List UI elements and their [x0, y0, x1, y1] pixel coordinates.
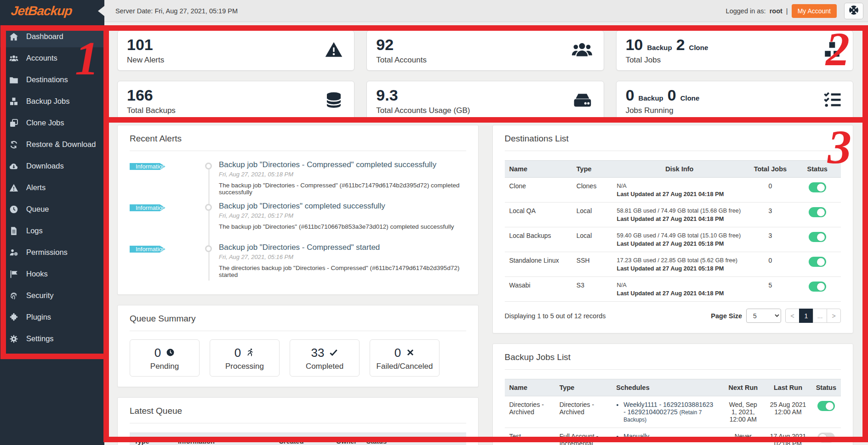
- alert-title: Backup job "Directories" completed succe…: [219, 202, 466, 211]
- check-icon: [329, 346, 338, 360]
- divider: [505, 151, 841, 151]
- dest-type: Clones: [572, 178, 612, 203]
- queue-processing-count: 0: [234, 346, 241, 360]
- runner-icon: [246, 346, 255, 360]
- col-name: Name: [505, 161, 572, 178]
- stat-label: Total Accounts: [376, 56, 594, 65]
- alert-date: Fri, Aug 27, 2021, 05:16 PM: [219, 253, 466, 260]
- col-schedules: Schedules: [611, 379, 721, 396]
- job-next-run: Wed, Sep 1, 2021, 12:00 AM: [721, 396, 765, 428]
- stat-unit-backup: Backup: [639, 95, 663, 102]
- divider: [130, 151, 466, 151]
- queue-completed-count: 33: [311, 346, 325, 360]
- stat-value: 101: [127, 36, 153, 53]
- sidebar-item-queue[interactable]: Queue: [0, 198, 104, 220]
- info-badge: Information: [130, 246, 166, 253]
- prev-page-button[interactable]: <: [785, 309, 799, 323]
- logged-in-user: root: [770, 7, 782, 15]
- job-name: Test: [505, 428, 555, 445]
- queue-summary-row: 0 Pending 0 Processing 33 Completed 0: [130, 339, 466, 377]
- status-toggle[interactable]: [809, 207, 826, 217]
- sidebar-item-label: Dashboard: [26, 32, 63, 41]
- topbar: Server Date: Fri, Aug 27, 2021, 05:19 PM…: [104, 0, 868, 22]
- timeline: [199, 202, 219, 241]
- clock-icon: [166, 346, 175, 360]
- life-ring-icon: [848, 5, 859, 17]
- sidebar-item-downloads[interactable]: Downloads: [0, 155, 104, 177]
- alert-item: Information Backup job "Directories - Co…: [130, 160, 466, 200]
- queue-failed-count: 0: [394, 346, 401, 360]
- sidebar-item-restore-download[interactable]: Restore & Download: [0, 134, 104, 155]
- stat-label: Total Backups: [127, 106, 345, 115]
- table-row: Local QA Local 58.81 GB used / 74.49 GB …: [505, 203, 841, 227]
- sidebar-item-label: Accounts: [26, 54, 57, 62]
- status-toggle[interactable]: [809, 232, 826, 242]
- status-toggle[interactable]: [817, 401, 835, 411]
- sidebar-item-label: Settings: [26, 334, 54, 343]
- stat-card-total-backups: 166 Total Backups: [117, 81, 354, 121]
- page-1-button[interactable]: 1: [799, 309, 813, 323]
- sidebar-item-dashboard[interactable]: Dashboard: [0, 26, 104, 47]
- help-button[interactable]: [844, 3, 863, 19]
- sidebar-item-label: Clone Jobs: [26, 118, 64, 127]
- sidebar-item-settings[interactable]: Settings: [0, 328, 104, 349]
- sidebar-item-permissions[interactable]: Permissions: [0, 242, 104, 263]
- sidebar-item-plugins[interactable]: Plugins: [0, 306, 104, 328]
- dest-type: Local: [572, 227, 612, 252]
- home-icon: [8, 32, 19, 41]
- divider: [505, 369, 841, 370]
- my-account-button[interactable]: My Account: [792, 4, 837, 18]
- users-gear-icon: [8, 248, 19, 257]
- backup-jobs-table: Name Type Schedules Next Run Last Run St…: [505, 379, 841, 445]
- info-badge: Information: [130, 163, 166, 170]
- queue-pending-count: 0: [154, 346, 161, 360]
- jetbackup-logo[interactable]: JetBackup: [10, 4, 73, 18]
- sidebar-item-clone-jobs[interactable]: Clone Jobs: [0, 112, 104, 134]
- x-icon: [406, 346, 415, 360]
- ellipsis-button[interactable]: ...: [813, 309, 827, 323]
- sidebar-item-backup-jobs[interactable]: Backup Jobs: [0, 90, 104, 112]
- alerts-list: Information Backup job "Directories - Co…: [130, 160, 466, 282]
- clock-icon: [8, 205, 19, 214]
- status-toggle[interactable]: [809, 282, 826, 292]
- dest-type: SSH: [572, 252, 612, 277]
- col-last-run: Last Run: [765, 379, 811, 396]
- timeline-dot-icon: [205, 245, 212, 252]
- stat-value-backup: 0: [626, 87, 634, 104]
- alert-description: The backup job "Directories - Compressed…: [219, 182, 466, 196]
- hard-drive-icon: [572, 90, 593, 112]
- dest-name: Local QA: [505, 203, 572, 227]
- dest-jobs: 0: [747, 252, 794, 277]
- dest-type: Local: [572, 203, 612, 227]
- table-row: Standalone Linux SSH 17.23 GB used / 22.…: [505, 252, 841, 277]
- divider: [130, 331, 466, 331]
- table-header-row: Name Type Schedules Next Run Last Run St…: [505, 379, 841, 396]
- sidebar-item-logs[interactable]: Logs: [0, 220, 104, 242]
- sidebar-item-accounts[interactable]: Accounts: [0, 47, 104, 69]
- alert-item: Information Backup job "Directories" com…: [130, 202, 466, 241]
- sidebar-item-hooks[interactable]: Hooks: [0, 263, 104, 285]
- backup-jobs-panel: Backup Jobs List Name Type Schedules Nex…: [492, 344, 854, 445]
- page-size-select[interactable]: 5: [746, 309, 781, 323]
- status-toggle[interactable]: [809, 182, 826, 192]
- sidebar-item-destinations[interactable]: Destinations: [0, 69, 104, 90]
- sidebar-item-security[interactable]: Security: [0, 285, 104, 306]
- panel-title: Destinations List: [505, 134, 841, 144]
- col-status: Status: [811, 379, 841, 396]
- status-toggle[interactable]: [809, 257, 826, 267]
- stat-value: 166: [127, 87, 153, 104]
- status-toggle[interactable]: [817, 433, 835, 443]
- users-icon: [8, 54, 19, 63]
- warning-triangle-icon: [8, 183, 19, 192]
- sidebar-item-alerts[interactable]: Alerts: [0, 177, 104, 198]
- stat-card-total-jobs: 10 Backup 2 Clone Total Jobs: [616, 30, 853, 71]
- dest-disk: 59.40 GB used / 74.49 GB total (15.10 GB…: [617, 232, 742, 239]
- gear-icon: [8, 334, 19, 344]
- dest-jobs: 0: [747, 178, 794, 203]
- dest-jobs: 5: [747, 277, 794, 302]
- dest-name: Wasabi: [505, 277, 572, 302]
- col-total-jobs: Total Jobs: [747, 161, 794, 178]
- table-row: Test Full Account - Incremental Manually…: [505, 428, 841, 445]
- folder-icon: [8, 75, 19, 84]
- next-page-button[interactable]: >: [827, 309, 841, 323]
